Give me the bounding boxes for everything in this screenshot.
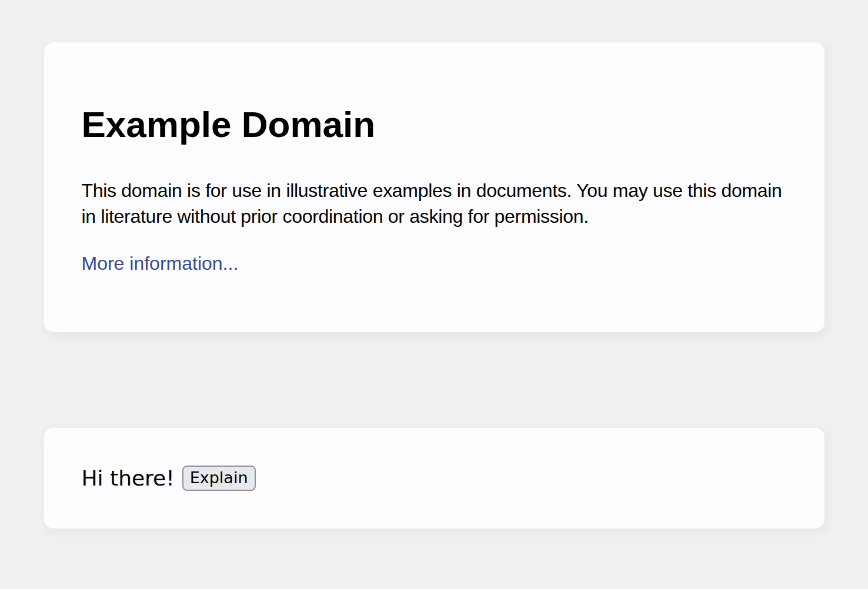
page-background: Example Domain This domain is for use in… bbox=[0, 42, 868, 528]
more-information-link[interactable]: More information... bbox=[82, 253, 239, 274]
link-row: More information... bbox=[82, 250, 787, 276]
explain-button[interactable]: Explain bbox=[182, 466, 256, 490]
greeting-text: Hi there! bbox=[82, 466, 175, 490]
page-title: Example Domain bbox=[82, 42, 787, 143]
body-text: This domain is for use in illustrative e… bbox=[82, 178, 787, 229]
example-domain-card: Example Domain This domain is for use in… bbox=[44, 42, 824, 332]
assistant-widget-card: Hi there! Explain bbox=[44, 428, 824, 528]
